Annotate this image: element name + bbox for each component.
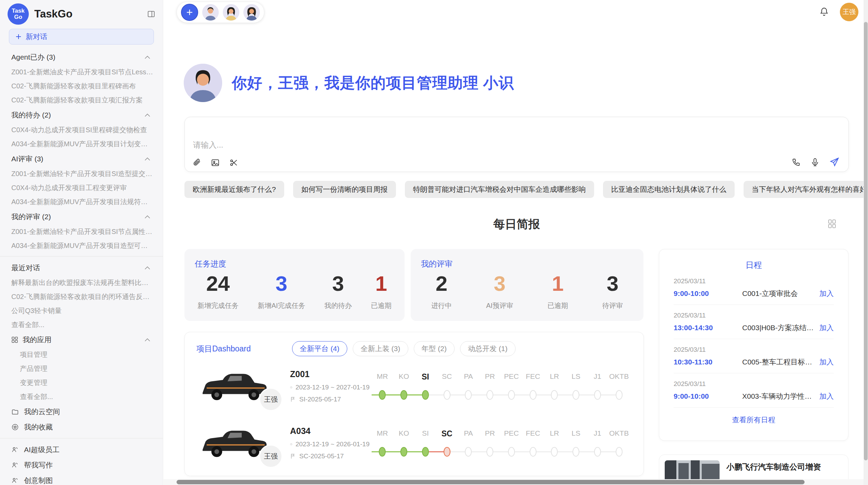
- suggestion-chip[interactable]: 欧洲新规最近颁布了什么?: [184, 181, 284, 198]
- join-link[interactable]: 加入: [819, 323, 834, 333]
- section-my-apps[interactable]: 我的应用: [0, 332, 163, 348]
- dashboard-tab[interactable]: 全新上装 (3): [353, 341, 408, 356]
- milestone-dot[interactable]: [422, 447, 429, 457]
- vertical-scrollbar[interactable]: [864, 0, 868, 485]
- horizontal-scrollbar-thumb[interactable]: [177, 480, 805, 484]
- milestone-dot[interactable]: [572, 390, 579, 400]
- sidebar-task-item[interactable]: Z001-全新燃油轻卡产品开发项目SI造型提交物评审: [0, 167, 163, 181]
- project-row[interactable]: 王强 A034 2023-12-19 ~ 2026-01-19 SC: [185, 416, 643, 470]
- milestone-dot[interactable]: [422, 390, 429, 400]
- sidebar-task-item[interactable]: A034-全新新能源MUV产品开发项目计划变更表编写: [0, 137, 163, 151]
- agent-avatar[interactable]: [202, 4, 219, 21]
- sidebar-task-item[interactable]: A034-全新新能源MUV产品开发项目造型可行性评审: [0, 239, 163, 253]
- milestone-dot[interactable]: [486, 390, 493, 400]
- section-title: 我的应用: [23, 335, 51, 345]
- milestone-dot[interactable]: [530, 390, 537, 400]
- sidebar-task-item[interactable]: C02-飞腾新能源轻客改款项目立项汇报方案: [0, 93, 163, 107]
- image-icon[interactable]: [211, 158, 220, 167]
- app-item[interactable]: 项目管理: [0, 348, 163, 362]
- bell-icon[interactable]: [819, 7, 829, 18]
- panel-collapse-icon[interactable]: [147, 10, 155, 18]
- join-link[interactable]: 加入: [819, 391, 834, 401]
- recent-chat-item[interactable]: C02-飞腾新能源轻客改款项目的闭环通告反馈情况: [0, 290, 163, 304]
- milestone-dot[interactable]: [616, 390, 623, 400]
- new-chat-button[interactable]: 新对话: [9, 29, 154, 45]
- sidebar-footer-item[interactable]: 帮我写作: [0, 457, 163, 473]
- sidebar-footer-item[interactable]: 创意制图: [0, 473, 163, 485]
- milestone-dot[interactable]: [444, 390, 450, 400]
- user-avatar[interactable]: 王强: [840, 3, 858, 21]
- schedule-entry: 2025/03/11 9:00-10:00 X003-车辆动力学性能验... 加…: [674, 373, 834, 408]
- sidebar-task-item[interactable]: A034-全新新能源MUV产品开发项目法规符合性评审: [0, 195, 163, 209]
- recent-chat-item[interactable]: 查看全部...: [0, 318, 163, 332]
- phone-icon[interactable]: [792, 158, 801, 167]
- horizontal-scrollbar[interactable]: [164, 479, 864, 485]
- scissors-icon[interactable]: [229, 158, 238, 167]
- milestone-dot[interactable]: [594, 390, 601, 400]
- section-my-todo[interactable]: 我的待办 (2): [0, 107, 163, 123]
- sidebar-item-cloud-space[interactable]: 我的云空间: [0, 404, 163, 419]
- recent-chat-item[interactable]: 解释最新出台的欧盟报废车法规再生塑料比例被调至15%...: [0, 276, 163, 290]
- milestone-dot[interactable]: [379, 390, 386, 400]
- suggestion-chip[interactable]: 当下年轻人对汽车外观有怎样的喜好趋势: [744, 181, 868, 198]
- flag-icon: [290, 396, 296, 402]
- suggestion-chip[interactable]: 特朗普可能对进口汽车增税会对中国车企造成哪些影响: [405, 181, 594, 198]
- grid-icon[interactable]: [827, 219, 837, 230]
- app-item[interactable]: 产品管理: [0, 362, 163, 376]
- milestone-dot[interactable]: [594, 447, 601, 457]
- app-item[interactable]: 变更管理: [0, 376, 163, 390]
- sidebar-task-item[interactable]: Z001-全新燃油皮卡产品开发项目SI节点Lesson Learn报告: [0, 65, 163, 79]
- agent-avatar[interactable]: [223, 4, 239, 21]
- milestone-dot[interactable]: [465, 390, 472, 400]
- section-recent-chats[interactable]: 最近对话: [0, 260, 163, 276]
- project-row[interactable]: 王强 Z001 2023-12-19 ~ 2027-01-19 SI: [185, 359, 643, 413]
- milestone-dot[interactable]: [572, 447, 579, 457]
- milestone-dot[interactable]: [400, 390, 407, 400]
- chevron-up-icon: [144, 338, 150, 342]
- milestone-dot[interactable]: [465, 447, 472, 457]
- sidebar-task-item[interactable]: C02-飞腾新能源轻客改款项目里程碑画布: [0, 79, 163, 93]
- milestone-dot[interactable]: [616, 447, 623, 457]
- suggestion-chip[interactable]: 如何写一份清晰的项目周报: [293, 181, 396, 198]
- milestone-dot[interactable]: [551, 447, 558, 457]
- sidebar-item-favorites[interactable]: 我的收藏: [0, 419, 163, 435]
- sidebar-task-item[interactable]: C0X4-动力总成开发项目SI里程碑提交物检查: [0, 123, 163, 137]
- section-my-review[interactable]: 我的评审 (2): [0, 209, 163, 225]
- send-icon[interactable]: [829, 157, 840, 167]
- sidebar-task-item[interactable]: Z001-全新燃油轻卡产品开发项目SI节点属性5D文件评审: [0, 225, 163, 239]
- milestone-dot[interactable]: [444, 447, 450, 457]
- chat-input-card[interactable]: 请输入...: [184, 117, 849, 172]
- section-ai-review[interactable]: AI评审 (3): [0, 151, 163, 167]
- milestone-dot[interactable]: [530, 447, 537, 457]
- tool-icon: [11, 477, 19, 484]
- dashboard-tab[interactable]: 年型 (2): [414, 341, 455, 356]
- agent-avatar[interactable]: [243, 4, 260, 21]
- sidebar-task-item[interactable]: C0X4-动力总成开发项目工程变更评审: [0, 181, 163, 195]
- dashboard-tab[interactable]: 全新平台 (4): [292, 341, 348, 356]
- chat-input[interactable]: 请输入...: [193, 140, 223, 150]
- milestone-dot[interactable]: [508, 447, 515, 457]
- join-link[interactable]: 加入: [819, 289, 834, 298]
- add-agent-button[interactable]: [181, 4, 198, 21]
- paperclip-icon[interactable]: [192, 158, 201, 167]
- stat-label: 新增完成任务: [197, 301, 239, 310]
- join-link[interactable]: 加入: [819, 357, 834, 367]
- sidebar-footer-list: AI超级员工 帮我写作 创意制图: [0, 442, 163, 485]
- milestone-dot[interactable]: [486, 447, 493, 457]
- milestone-label: OKTB: [608, 429, 630, 438]
- app-item[interactable]: 查看全部...: [0, 390, 163, 404]
- suggestion-chip[interactable]: 比亚迪全固态电池计划具体说了什么: [603, 181, 735, 198]
- milestone-dot[interactable]: [551, 390, 558, 400]
- vertical-scrollbar-thumb[interactable]: [864, 22, 868, 460]
- project-dates: 2023-12-19 ~ 2026-01-19: [296, 440, 370, 448]
- sidebar-footer-item[interactable]: AI超级员工: [0, 442, 163, 457]
- mic-icon[interactable]: [810, 158, 820, 167]
- milestone-label: LR: [544, 429, 565, 438]
- recent-chat-item[interactable]: 公司Q3轻卡销量: [0, 304, 163, 318]
- section-agent-done[interactable]: Agent已办 (3): [0, 49, 163, 65]
- milestone-dot[interactable]: [508, 390, 515, 400]
- milestone-dot[interactable]: [379, 447, 386, 457]
- view-all-schedule-link[interactable]: 查看所有日程: [674, 415, 834, 425]
- dashboard-tab[interactable]: 动总开发 (1): [460, 341, 516, 356]
- milestone-dot[interactable]: [400, 447, 407, 457]
